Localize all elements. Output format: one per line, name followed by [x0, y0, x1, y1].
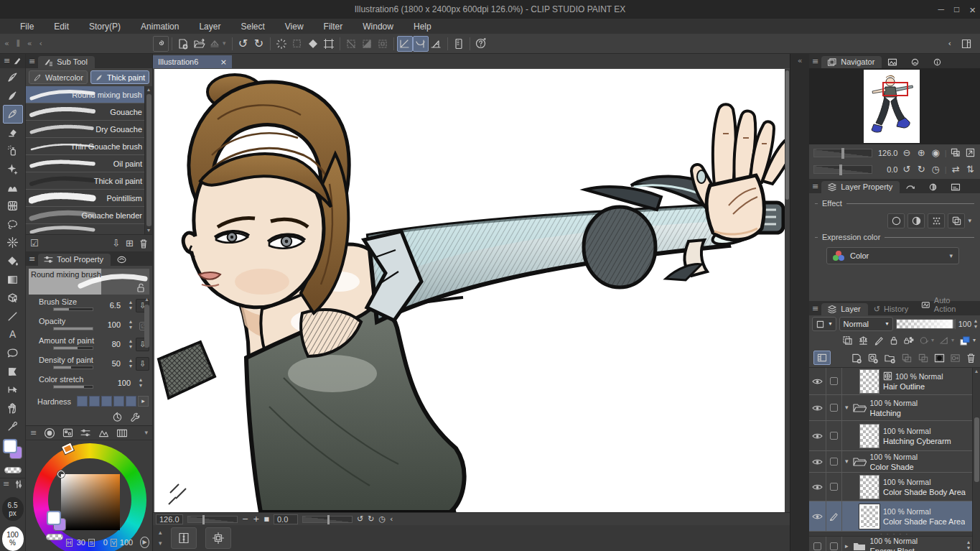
- new-file-button[interactable]: [175, 36, 191, 52]
- menu-filter[interactable]: Filter: [314, 19, 353, 34]
- layer-property-tab[interactable]: Layer Property: [821, 181, 900, 193]
- history-tab[interactable]: ↺ History: [868, 303, 915, 315]
- palette-color-dropdown[interactable]: ▾: [812, 317, 836, 331]
- layer-checkbox[interactable]: [830, 404, 838, 412]
- scroll-up-icon[interactable]: ▴: [159, 529, 162, 536]
- layer-checkbox[interactable]: [830, 377, 838, 385]
- canvas-vertical-scrollbar[interactable]: [785, 69, 790, 512]
- canvas[interactable]: [154, 69, 785, 512]
- amount-of-paint-stepper[interactable]: ▴▾: [129, 338, 132, 350]
- reselect-button[interactable]: [289, 36, 305, 52]
- item-bank-tab[interactable]: [905, 57, 927, 68]
- collapse-left-icon[interactable]: «: [4, 40, 9, 47]
- opacity-slider[interactable]: [53, 327, 93, 330]
- layer-checkbox[interactable]: [830, 458, 838, 466]
- snap-to-grid-button[interactable]: [429, 36, 444, 52]
- layer-checkbox[interactable]: [830, 432, 838, 440]
- nav-rotate-cw-icon[interactable]: ↻: [916, 163, 927, 175]
- layer-thumbnail[interactable]: [859, 424, 879, 448]
- undo-button[interactable]: ↺: [235, 36, 251, 52]
- tool-eyedropper[interactable]: [3, 417, 23, 436]
- apply-mask-icon-disabled[interactable]: [950, 353, 961, 364]
- visibility-eye-icon[interactable]: [812, 458, 823, 466]
- brush-item[interactable]: Dry Gouache: [26, 121, 152, 138]
- effect-border-icon[interactable]: [887, 213, 905, 228]
- subtool-menu-icon[interactable]: ≡: [29, 57, 35, 65]
- layer-row-color-shade-face-area[interactable]: 100 % Normal Color Shade Face Area: [809, 501, 980, 532]
- document-tab[interactable]: Illustration6 ×: [153, 55, 232, 68]
- save-button[interactable]: [207, 36, 223, 52]
- color-tabs-overflow-icon[interactable]: ▾: [144, 430, 148, 436]
- density-of-paint-slider[interactable]: [53, 366, 93, 369]
- tool-eraser[interactable]: [3, 124, 23, 142]
- approx-color-tab-icon[interactable]: [98, 429, 109, 437]
- effect-halftone-icon[interactable]: [928, 213, 945, 228]
- layer-list-splitter[interactable]: · · · · ·: [809, 532, 980, 537]
- scroll-down-icon[interactable]: ▾: [159, 540, 162, 547]
- tool-pen[interactable]: [3, 68, 23, 87]
- visibility-eye-icon[interactable]: [812, 513, 823, 520]
- nav-zoom-fit-icon[interactable]: ◉: [930, 147, 941, 159]
- layer-tab[interactable]: Layer: [821, 303, 868, 315]
- divider-handle-icon[interactable]: ⫼: [17, 40, 20, 47]
- save-dropdown-icon[interactable]: ▾: [223, 40, 226, 47]
- navigator-rotation-value[interactable]: 0.0: [876, 165, 897, 174]
- maximize-button[interactable]: □: [954, 4, 959, 14]
- brush-item[interactable]: Round mixing brush: [26, 86, 152, 103]
- tab-watercolor[interactable]: Watercolor: [29, 70, 88, 84]
- menu-layer[interactable]: Layer: [189, 19, 230, 34]
- tool-move-hand[interactable]: [3, 399, 23, 417]
- opacity-stepper[interactable]: ▴▾: [129, 319, 132, 330]
- snap-grid-off-icon[interactable]: [359, 36, 375, 52]
- animation-cels-tab[interactable]: [900, 182, 923, 193]
- expression-color-dropdown[interactable]: Color ▾: [826, 247, 959, 264]
- snap-to-special-ruler-button[interactable]: [413, 36, 429, 52]
- hardness-segment[interactable]: [113, 396, 124, 407]
- navigator-thumbnail[interactable]: [864, 70, 920, 143]
- clip-studio-logo-icon[interactable]: [153, 36, 169, 52]
- new-raster-layer-icon[interactable]: [851, 353, 862, 364]
- auto-action-tab[interactable]: Auto Action: [915, 295, 980, 315]
- nav-flip-vertical-icon[interactable]: ⇅: [965, 163, 976, 175]
- spread-view-button[interactable]: [171, 527, 197, 549]
- lock-transparent-pixel-icon[interactable]: [903, 335, 914, 346]
- hardness-segment[interactable]: [77, 396, 88, 407]
- canvas-zoom-slider[interactable]: [187, 516, 238, 523]
- tool-auto-select[interactable]: [3, 233, 23, 252]
- subview-tab[interactable]: [882, 57, 905, 68]
- navigator-menu-icon[interactable]: ≡: [812, 57, 818, 65]
- color-stretch-stepper[interactable]: ▴▾: [139, 377, 142, 389]
- nav-zoom-in-icon[interactable]: ⊕: [916, 147, 927, 159]
- document-tab-close-icon[interactable]: ×: [220, 58, 227, 66]
- ruler-range-icon-disabled[interactable]: ▾: [939, 335, 954, 346]
- minimize-button[interactable]: ─: [938, 4, 944, 14]
- tool-pencil[interactable]: [3, 86, 23, 105]
- clear-button[interactable]: [305, 36, 321, 52]
- brush-list-scrollbar[interactable]: ▴ ▾: [144, 86, 152, 234]
- subtool-tab[interactable]: Sub Tool: [38, 56, 95, 68]
- hardness-segment[interactable]: [101, 396, 112, 407]
- tab-thick-paint[interactable]: Thick paint: [90, 70, 149, 84]
- canvas-rotation-slider[interactable]: [302, 516, 353, 523]
- collapse-left2-icon[interactable]: «: [27, 40, 32, 47]
- menu-select[interactable]: Select: [230, 19, 274, 34]
- navigator-zoom-slider[interactable]: [813, 149, 872, 157]
- tool-panel-menu-icon[interactable]: ≡: [4, 57, 10, 65]
- zoom-fit-icon[interactable]: ■: [263, 517, 269, 522]
- main-color-swatch[interactable]: [3, 439, 17, 453]
- layer-comp-tab[interactable]: [945, 182, 968, 193]
- nav-fullscreen-icon[interactable]: [965, 147, 976, 159]
- nav-fit-window-icon[interactable]: [951, 147, 961, 159]
- canvas-zoom-value[interactable]: 126.0: [156, 514, 183, 524]
- layer-row-color-shade[interactable]: ▾ 100 % Normal Color Shade: [809, 451, 980, 473]
- transfer-to-lower-layer-icon-disabled[interactable]: [901, 353, 913, 364]
- canvas-illustration[interactable]: [154, 69, 785, 512]
- hardness-segment[interactable]: [89, 396, 100, 407]
- color-panel-menu-icon[interactable]: ≡: [30, 429, 37, 437]
- deselect-button[interactable]: [274, 36, 289, 52]
- menu-file[interactable]: File: [10, 19, 44, 34]
- tool-fill[interactable]: [3, 252, 23, 271]
- layer-row-color-shade-body-area[interactable]: 100 % Normal Color Shade Body Area: [809, 473, 980, 501]
- navigator-rotate-slider[interactable]: [813, 165, 872, 174]
- tool-operation[interactable]: [3, 289, 23, 307]
